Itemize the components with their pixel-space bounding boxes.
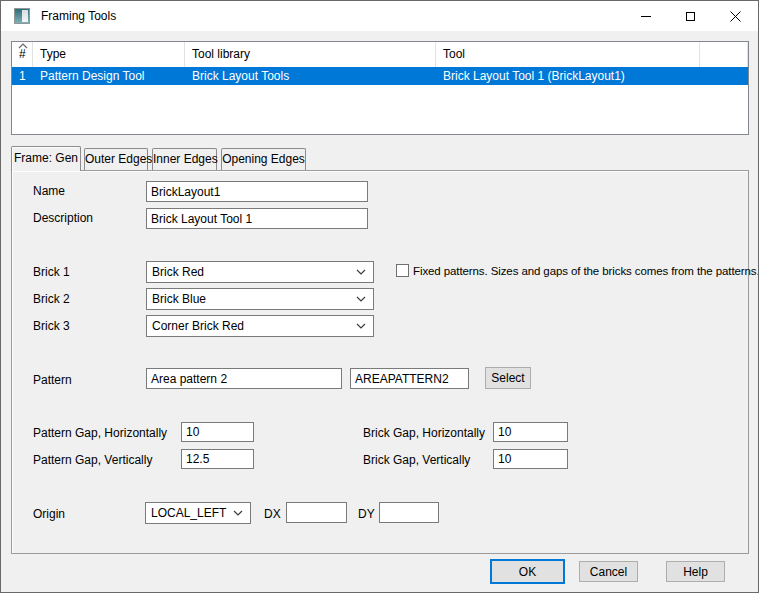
tab-inner-edges[interactable]: Inner Edges bbox=[152, 148, 217, 170]
close-button[interactable] bbox=[713, 1, 758, 31]
maximize-icon bbox=[686, 12, 695, 21]
sort-ascending-icon bbox=[18, 43, 28, 49]
pattern-gap-h-input[interactable] bbox=[181, 422, 254, 442]
column-header-num-label: # bbox=[19, 47, 26, 61]
chevron-down-icon bbox=[356, 296, 366, 302]
dx-label: DX bbox=[264, 507, 281, 521]
chevron-down-icon bbox=[356, 269, 366, 275]
column-header-filler bbox=[700, 42, 748, 67]
tab-panel-frame-gen bbox=[11, 170, 749, 554]
title-bar: Framing Tools bbox=[1, 1, 758, 31]
brick2-value: Brick Blue bbox=[152, 292, 206, 306]
minimize-button[interactable] bbox=[623, 1, 668, 31]
column-header-tool-library[interactable]: Tool library bbox=[185, 42, 436, 67]
tool-list: # Type Tool library Tool 1 Pattern Desig… bbox=[11, 41, 749, 135]
column-header-type[interactable]: Type bbox=[33, 42, 185, 67]
brick2-label: Brick 2 bbox=[33, 292, 70, 306]
fixed-patterns-label: Fixed patterns. Sizes and gaps of the br… bbox=[413, 265, 759, 277]
tab-outer-edges[interactable]: Outer Edges bbox=[84, 148, 148, 170]
origin-label: Origin bbox=[33, 507, 65, 521]
origin-dropdown[interactable]: LOCAL_LEFT bbox=[145, 502, 251, 524]
maximize-button[interactable] bbox=[668, 1, 713, 31]
brick1-value: Brick Red bbox=[152, 265, 204, 279]
brick2-dropdown[interactable]: Brick Blue bbox=[146, 288, 374, 310]
row-cell-tool: Brick Layout Tool 1 (BrickLayout1) bbox=[436, 67, 700, 85]
brick-gap-v-label: Brick Gap, Vertically bbox=[363, 453, 470, 467]
column-header-tool[interactable]: Tool bbox=[436, 42, 700, 67]
pattern-gap-v-label: Pattern Gap, Vertically bbox=[33, 453, 152, 467]
row-cell-library: Brick Layout Tools bbox=[185, 67, 436, 85]
fixed-patterns-checkbox[interactable] bbox=[396, 264, 409, 277]
tool-list-header: # Type Tool library Tool bbox=[12, 42, 748, 67]
pattern-name-field[interactable] bbox=[146, 368, 342, 389]
row-cell-num: 1 bbox=[12, 67, 33, 85]
help-button[interactable]: Help bbox=[666, 561, 725, 582]
ok-button[interactable]: OK bbox=[490, 559, 565, 584]
brick1-label: Brick 1 bbox=[33, 265, 70, 279]
pattern-code-field[interactable] bbox=[350, 368, 469, 389]
origin-value: LOCAL_LEFT bbox=[151, 506, 226, 520]
app-icon bbox=[14, 8, 30, 24]
pattern-gap-h-label: Pattern Gap, Horizontally bbox=[33, 426, 167, 440]
table-row[interactable]: 1 Pattern Design Tool Brick Layout Tools… bbox=[12, 67, 748, 85]
tab-frame-gen[interactable]: Frame: Gen bbox=[11, 146, 81, 171]
dy-input[interactable] bbox=[379, 502, 439, 523]
dy-label: DY bbox=[358, 507, 375, 521]
name-input[interactable] bbox=[146, 181, 368, 202]
brick3-value: Corner Brick Red bbox=[152, 319, 244, 333]
framing-tools-dialog: Framing Tools # bbox=[0, 0, 759, 593]
minimize-icon bbox=[641, 16, 651, 17]
row-cell-type: Pattern Design Tool bbox=[33, 67, 185, 85]
window-controls bbox=[623, 1, 758, 31]
pattern-gap-v-input[interactable] bbox=[181, 449, 254, 469]
cancel-button[interactable]: Cancel bbox=[579, 561, 638, 582]
brick1-dropdown[interactable]: Brick Red bbox=[146, 261, 374, 283]
chevron-down-icon bbox=[233, 510, 243, 516]
pattern-label: Pattern bbox=[33, 373, 72, 387]
column-header-num[interactable]: # bbox=[12, 42, 33, 67]
description-label: Description bbox=[33, 211, 93, 225]
description-input[interactable] bbox=[146, 208, 368, 229]
window-title: Framing Tools bbox=[41, 9, 116, 23]
chevron-down-icon bbox=[356, 323, 366, 329]
close-icon bbox=[730, 11, 741, 22]
brick3-label: Brick 3 bbox=[33, 319, 70, 333]
brick3-dropdown[interactable]: Corner Brick Red bbox=[146, 315, 374, 337]
brick-gap-v-input[interactable] bbox=[493, 449, 568, 469]
brick-gap-h-input[interactable] bbox=[493, 422, 568, 442]
name-label: Name bbox=[33, 184, 65, 198]
tab-opening-edges[interactable]: Opening Edges bbox=[221, 148, 306, 170]
pattern-select-button[interactable]: Select bbox=[485, 367, 531, 389]
brick-gap-h-label: Brick Gap, Horizontally bbox=[363, 426, 485, 440]
dx-input[interactable] bbox=[286, 502, 347, 523]
